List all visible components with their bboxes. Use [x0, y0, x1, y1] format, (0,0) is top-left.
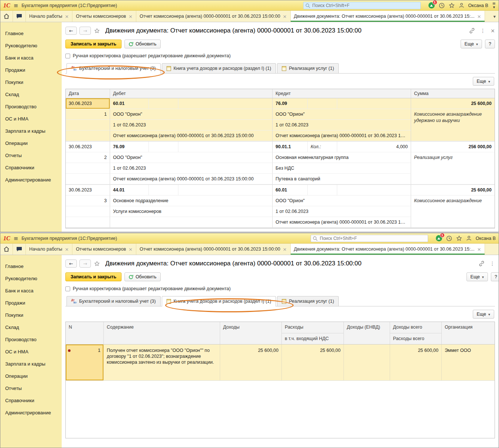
cell-amount[interactable]: 25 600,00	[411, 98, 495, 109]
tab-commissioner-report-document[interactable]: Отчет комиссионера (агента) 0000-000001 …	[136, 244, 291, 255]
cell-debit-subconto3[interactable]: Отчет комиссионера (агента) 0000-000001 …	[110, 174, 273, 184]
favorites-icon[interactable]	[456, 235, 462, 241]
save-close-button[interactable]: Записать и закрыть	[65, 40, 122, 48]
cell-debit-account[interactable]: 76.09	[110, 142, 149, 152]
add-to-favorites-star-icon[interactable]	[94, 261, 100, 267]
cell-content[interactable]: Получен отчет комиссионера "ООО "Орион""…	[104, 345, 220, 380]
close-tab-icon[interactable]: ×	[129, 14, 133, 19]
user-name[interactable]: Оксана В	[468, 3, 488, 8]
close-tab-icon[interactable]: ×	[65, 247, 69, 252]
cell-debit-subconto2[interactable]: 1 от 02.06.2023	[110, 163, 273, 174]
tab-kudir[interactable]: Книга учета доходов и расходов (раздел I…	[162, 63, 276, 73]
cell-debit-subconto1[interactable]: ООО "Орион"	[110, 152, 273, 163]
column-header-income[interactable]: Доходы	[220, 322, 282, 344]
search-input[interactable]	[303, 2, 421, 9]
sidebar-item-spravochniki[interactable]: Справочники	[0, 162, 62, 174]
column-header-income-total[interactable]: Доходы всего	[390, 322, 442, 333]
cell-organization[interactable]: Эммет ООО	[442, 345, 495, 380]
close-window-icon[interactable]: ×	[491, 28, 495, 34]
more-button[interactable]: Еще▾	[461, 40, 482, 48]
cell-expense[interactable]: 25 600,00	[282, 345, 344, 380]
tab-kudir[interactable]: Книга учета доходов и расходов (раздел I…	[162, 296, 276, 306]
home-tab[interactable]	[0, 11, 13, 22]
sidebar-item-pokupki[interactable]: Покупки	[0, 76, 62, 88]
get-link-icon[interactable]	[469, 28, 475, 34]
sidebar-item-prodazhi[interactable]: Продажи	[0, 297, 62, 309]
cell-debit-subconto3[interactable]	[110, 217, 273, 228]
sidebar-item-zarplata-i-kadry[interactable]: Зарплата и кадры	[0, 358, 62, 370]
tab-start-page[interactable]: Начало работы×	[26, 244, 72, 255]
cell-debit-account[interactable]: 44.01	[110, 185, 149, 196]
add-to-favorites-star-icon[interactable]	[94, 28, 100, 34]
cell-row-number[interactable]: 3	[66, 196, 110, 206]
cell-income-envd[interactable]	[344, 345, 390, 380]
tab-list-dropdown-icon[interactable]: ▾	[491, 11, 499, 22]
save-close-button[interactable]: Записать и закрыть	[65, 272, 122, 281]
discussions-tab[interactable]	[13, 244, 26, 255]
sidebar-item-glavnoe[interactable]: Главное	[0, 260, 62, 272]
cell-row-number[interactable]: 2	[66, 152, 110, 163]
sidebar-item-pokupki[interactable]: Покупки	[0, 309, 62, 321]
tab-document-movements[interactable]: Движения документа: Отчет комиссионера (…	[291, 11, 485, 22]
more-menu-icon[interactable]: ⋮	[480, 28, 485, 34]
column-header-content[interactable]: Содержание	[104, 322, 220, 344]
cell-credit-subconto3[interactable]: Отчет комиссионера (агента) 0000-000001 …	[273, 217, 411, 228]
column-header-income-envd[interactable]: Доходы (ЕНВД)	[344, 322, 390, 344]
cell-debit-subconto3[interactable]: Отчет комиссионера (агента) 0000-000001 …	[110, 130, 273, 141]
cell-income-total[interactable]: 25 600,00	[390, 345, 442, 380]
cell-credit-subconto3[interactable]: Путевка в санаторий	[273, 174, 411, 184]
tab-document-movements[interactable]: Движения документа: Отчет комиссионера (…	[291, 244, 485, 255]
close-tab-icon[interactable]: ×	[477, 14, 481, 19]
back-button[interactable]: ←	[65, 259, 77, 268]
cell-credit-subconto2[interactable]: 1 от 02.06.2023	[273, 120, 411, 130]
table-more-button[interactable]: Еще▾	[473, 310, 494, 319]
home-tab[interactable]	[0, 244, 13, 255]
cell-row-number[interactable]: 1	[66, 345, 104, 380]
sidebar-item-bank-i-kassa[interactable]: Банк и касса	[0, 52, 62, 64]
sidebar-item-otchety[interactable]: Отчеты	[0, 382, 62, 394]
close-tab-icon[interactable]: ×	[283, 14, 287, 19]
cell-credit-subconto3[interactable]: Отчет комиссионера (агента) 0000-000001 …	[273, 130, 411, 141]
sidebar-item-operacii[interactable]: Операции	[0, 370, 62, 382]
cell-date[interactable]: 30.06.2023	[66, 185, 110, 196]
tab-services-realization[interactable]: Реализация услуг (1)	[277, 296, 339, 306]
manual-adjustment-checkbox[interactable]	[65, 286, 70, 291]
sidebar-item-rukovoditelyu[interactable]: Руководителю	[0, 272, 62, 285]
cell-note[interactable]: Комиссионное вознаграждение удержано из …	[411, 109, 495, 141]
main-menu-icon[interactable]: ≡	[14, 235, 18, 242]
sidebar-item-sklad[interactable]: Склад	[0, 321, 62, 333]
cell-qty[interactable]: 4,000	[337, 142, 411, 152]
tab-services-realization[interactable]: Реализация услуг (1)	[277, 63, 339, 73]
cell-date[interactable]: 30.06.2023	[66, 98, 110, 109]
search-input[interactable]	[311, 235, 428, 242]
user-icon[interactable]	[459, 3, 464, 8]
cell-debit-subconto1[interactable]: ООО "Орион"	[110, 109, 273, 120]
cell-debit-account[interactable]: 60.01	[110, 98, 149, 109]
sidebar-item-proizvodstvo[interactable]: Производство	[0, 101, 62, 113]
tab-start-page[interactable]: Начало работы×	[26, 11, 72, 22]
cell-amount[interactable]: 25 600,00	[411, 185, 495, 196]
kudir-row[interactable]: 1 Получен отчет комиссионера "ООО "Орион…	[66, 345, 495, 381]
refresh-button[interactable]: Обновить	[124, 272, 161, 281]
user-icon[interactable]	[466, 235, 472, 241]
help-button[interactable]: ?	[485, 40, 495, 48]
tab-commissioner-reports[interactable]: Отчеты комиссионеров×	[72, 11, 136, 22]
cell-credit-subconto1[interactable]: ООО "Орион"	[273, 196, 411, 206]
close-tab-icon[interactable]: ×	[129, 247, 133, 252]
sidebar-item-os-i-nma[interactable]: ОС и НМА	[0, 113, 62, 125]
sidebar-item-proizvodstvo[interactable]: Производство	[0, 333, 62, 346]
cell-income[interactable]: 25 600,00	[220, 345, 282, 380]
help-button[interactable]: ?	[491, 272, 499, 281]
cell-credit-account[interactable]: 60.01	[273, 185, 308, 196]
cell-qty-label[interactable]: Кол.:	[308, 142, 337, 152]
cell-amount[interactable]: 256 000,00	[411, 142, 495, 152]
close-tab-icon[interactable]: ×	[65, 14, 69, 19]
get-link-icon[interactable]	[479, 261, 485, 267]
sidebar-item-spravochniki[interactable]: Справочники	[0, 394, 62, 407]
cell-credit-subconto1[interactable]: Основная номенклатурная группа	[273, 152, 411, 163]
column-header-n[interactable]: N	[66, 322, 104, 344]
cell-note[interactable]: Комиссионное вознаграждение	[411, 196, 495, 228]
notifications-icon[interactable]: 1	[436, 235, 442, 241]
favorites-icon[interactable]	[449, 3, 455, 9]
posting-row[interactable]: 30.06.2023 60.01 76.09 25 600,00 1 ООО "…	[66, 98, 495, 142]
